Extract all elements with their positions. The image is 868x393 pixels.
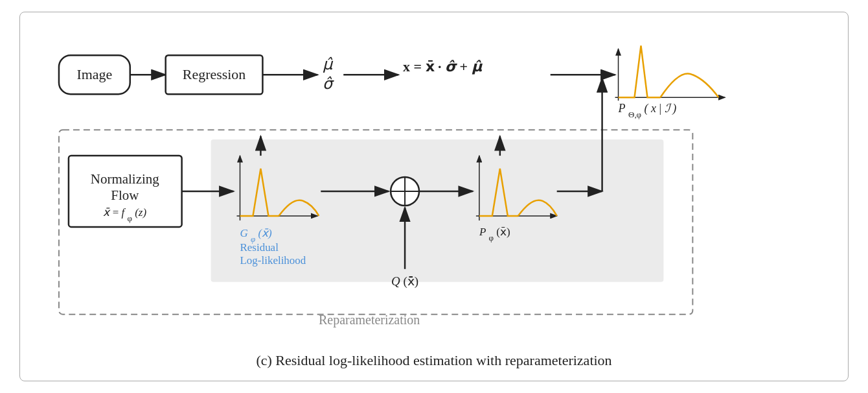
caption: (c) Residual log-likelihood estimation w… [256,346,611,369]
svg-text:Log-likelihood: Log-likelihood [240,254,306,267]
svg-text:Normalizing: Normalizing [91,171,159,187]
svg-text:P
        Θ,φ
        (
      : P Θ,φ ( x | ℐ ) [618,102,677,119]
svg-text:σ̂: σ̂ [323,75,334,92]
main-container: Image Regression μ̂ σ̂ x = x̄ [19,12,849,381]
svg-text:Image: Image [76,66,112,82]
svg-text:Residual: Residual [240,241,279,254]
svg-text:Reparameterization: Reparameterization [319,313,420,328]
svg-text:Regression: Regression [183,66,246,82]
svg-text:Q
        (x̄): Q (x̄) [391,274,418,289]
svg-text:Flow: Flow [111,187,139,203]
svg-text:μ̂: μ̂ [323,56,334,73]
diagram-area: Image Regression μ̂ σ̂ x = x̄ [40,24,828,346]
svg-text:x
         = 
        x̄
     : x = x̄ · σ̂ + μ̂ [403,58,482,75]
